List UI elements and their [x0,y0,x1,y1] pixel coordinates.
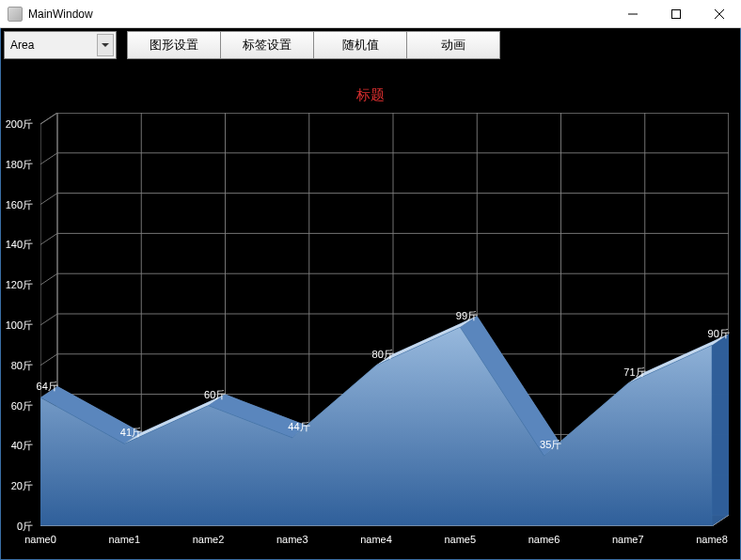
data-label: 90斤 [708,327,730,341]
svg-line-14 [40,354,57,366]
y-tick-label: 140斤 [6,238,33,252]
toolbar: Area 图形设置 标签设置 随机值 动画 [4,31,500,59]
svg-rect-0 [672,9,681,18]
y-tick-label: 180斤 [6,157,33,171]
chevron-down-icon[interactable] [97,34,114,56]
y-tick-label: 120斤 [6,278,33,292]
close-button[interactable] [698,0,741,28]
chart-canvas [40,113,729,526]
y-tick-label: 60斤 [11,398,33,412]
x-tick-label: name5 [444,534,476,545]
svg-line-18 [40,273,57,285]
data-label: 64斤 [37,380,58,394]
chart-type-combo[interactable]: Area [4,31,117,59]
x-tick-label: name8 [696,534,728,545]
data-label: 71斤 [623,366,645,380]
y-tick-label: 200斤 [6,117,33,132]
area-chart: 0斤20斤40斤60斤80斤100斤120斤140斤160斤180斤200斤na… [40,113,729,526]
random-value-button[interactable]: 随机值 [313,31,407,59]
x-tick-label: name6 [528,534,560,545]
y-tick-label: 160斤 [6,197,33,211]
y-tick-label: 80斤 [11,358,33,372]
x-tick-label: name0 [24,534,56,545]
data-label: 99斤 [456,309,478,323]
svg-marker-47 [712,334,729,526]
svg-line-22 [40,194,57,205]
window-titlebar: MainWindow [0,0,741,28]
data-label: 41斤 [120,426,142,440]
svg-line-26 [40,113,57,124]
maximize-button[interactable] [654,0,698,28]
x-tick-label: name7 [612,534,644,545]
chart-type-value: Area [10,39,34,52]
svg-line-24 [40,153,57,164]
x-tick-label: name3 [276,534,308,545]
y-tick-label: 0斤 [17,520,33,534]
animation-button[interactable]: 动画 [406,31,500,59]
x-tick-label: name2 [193,534,225,545]
y-tick-label: 100斤 [6,319,33,333]
app-icon [8,7,23,22]
y-tick-label: 40斤 [11,439,33,453]
y-tick-label: 20斤 [11,479,33,493]
data-label: 80斤 [372,348,394,362]
x-tick-label: name1 [108,534,140,545]
x-tick-label: name4 [360,534,392,545]
svg-line-16 [40,314,57,325]
shape-settings-button[interactable]: 图形设置 [127,31,221,59]
minimize-button[interactable] [611,0,654,28]
client-area: Area 图形设置 标签设置 随机值 动画 标题 0斤20斤40斤60斤80斤1… [0,28,741,560]
window-title: MainWindow [28,8,93,21]
data-label: 44斤 [288,420,309,434]
svg-line-20 [40,233,57,244]
label-settings-button[interactable]: 标签设置 [220,31,314,59]
data-label: 35斤 [540,438,561,452]
data-label: 60斤 [204,388,226,402]
chart-title: 标题 [1,86,740,104]
